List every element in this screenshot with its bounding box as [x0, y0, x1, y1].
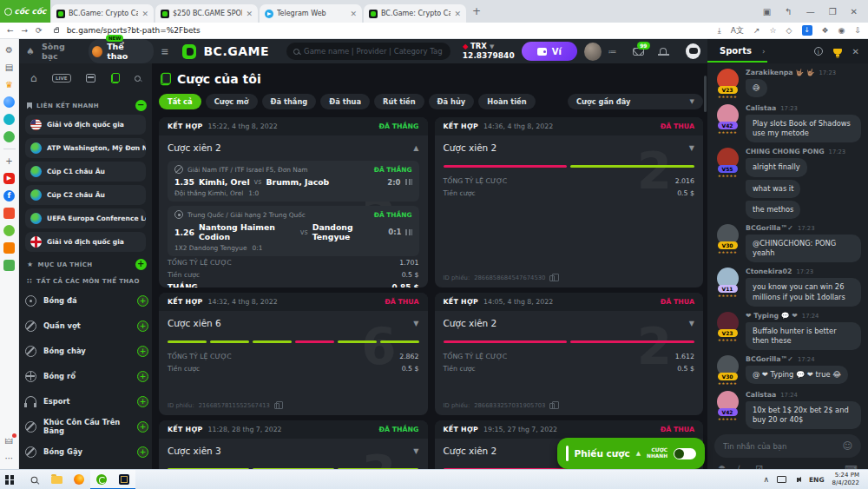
filter-won[interactable]: Đã thắng — [262, 94, 317, 109]
expand-icon[interactable]: ▼ — [413, 320, 418, 327]
adblock-shield-icon[interactable]: ◇ — [786, 26, 792, 35]
wallet-button[interactable]: Ví — [522, 42, 577, 61]
inbox-button[interactable]: 99 — [633, 48, 644, 56]
save-page-icon[interactable]: ⤓ — [718, 26, 721, 36]
filter-all[interactable]: Tất cả — [159, 94, 201, 109]
chat-toggle-icon[interactable] — [686, 43, 700, 59]
sidebar-item-football[interactable]: Bóng đá+ — [25, 291, 146, 310]
betslip-button[interactable]: Phiếu cược ▲ CƯỢC NHANH — [557, 438, 705, 469]
share-icon[interactable]: ↗ — [753, 26, 760, 35]
youtube-icon[interactable]: ▶ — [3, 173, 15, 184]
emoji-icon[interactable]: ☺ — [843, 440, 852, 452]
restore-button[interactable]: ❐ — [829, 7, 837, 17]
chat-tab-sports[interactable]: Sports — [716, 40, 755, 63]
downloads-tray-icon[interactable]: ⇩ — [854, 26, 861, 35]
collapse-quick-links-button[interactable]: − — [135, 100, 147, 111]
taskbar-search-icon[interactable] — [23, 470, 45, 489]
minimize-button[interactable]: — — [806, 7, 815, 17]
download-button[interactable]: ↓ — [802, 25, 812, 36]
volume-icon[interactable] — [794, 477, 801, 482]
close-button[interactable]: ✕ — [851, 7, 858, 17]
tab-close-icon[interactable]: ✕ — [350, 10, 357, 18]
expand-icon[interactable]: + — [137, 346, 148, 357]
snapshot-icon[interactable]: ▣ — [763, 7, 771, 17]
live-icon[interactable]: LIVE — [52, 74, 71, 83]
expand-icon[interactable]: ▼ — [689, 320, 694, 327]
quick-link-item[interactable]: Cúp C1 châu Âu — [25, 162, 146, 182]
chat-input-box[interactable]: ☺ — [714, 434, 861, 458]
session-restore-icon[interactable]: ↰ — [785, 7, 792, 17]
games-icon[interactable] — [3, 131, 15, 142]
sports-pill[interactable]: Thể thao NEW — [89, 39, 154, 63]
notifications-bell-icon[interactable] — [660, 48, 667, 56]
start-button[interactable] — [0, 470, 23, 489]
facebook-icon[interactable]: f — [3, 190, 15, 202]
more-icon[interactable]: ⋯ — [3, 453, 15, 464]
chat-input[interactable] — [723, 442, 843, 451]
add-shortcut-icon[interactable]: + — [3, 155, 15, 167]
browser-tab[interactable]: BC.Game: Crypto Casino Ga✕ — [51, 4, 154, 23]
clock[interactable]: 5:24 PM 8/4/2022 — [832, 472, 859, 487]
my-bets-icon[interactable] — [111, 73, 120, 83]
pingpong-icon[interactable] — [3, 225, 15, 236]
tab-close-icon[interactable]: ✕ — [141, 10, 148, 18]
sidebar-item-esport[interactable]: Esport+ — [25, 392, 146, 411]
coccoc-taskbar-icon[interactable] — [90, 470, 113, 489]
sidebar-item-tennis[interactable]: Quần vợt+ — [25, 316, 146, 335]
sidebar-item-icehockey[interactable]: Khúc Côn Cầu Trên Băng+ — [25, 417, 146, 436]
firefox-icon[interactable] — [68, 470, 90, 489]
menu-icon[interactable]: ≡ — [161, 46, 168, 57]
filter-cashout[interactable]: Rút tiền — [374, 94, 424, 109]
translate-icon[interactable]: A文 — [731, 25, 744, 36]
copy-icon[interactable] — [549, 403, 555, 409]
trophy-icon[interactable] — [833, 49, 842, 55]
coccoc-logo[interactable]: cốc cốc — [0, 0, 50, 23]
expand-icon[interactable]: + — [137, 446, 148, 458]
filter-lost[interactable]: Đã thua — [320, 94, 370, 109]
tab-close-icon[interactable]: ✕ — [246, 10, 253, 18]
bet-type-row[interactable]: Cược xiên 6▼ — [168, 316, 419, 332]
info-icon[interactable]: i — [814, 47, 823, 56]
expand-icon[interactable]: + — [137, 295, 148, 307]
bookmark-star-icon[interactable]: ☆ — [770, 26, 777, 35]
newsfeed-icon[interactable]: ▤ — [3, 62, 15, 73]
sort-dropdown[interactable]: Cược gần đây▼ — [568, 94, 703, 109]
bet-type-row[interactable]: Cược xiên 2▼ — [444, 141, 695, 156]
collapse-icon[interactable]: ▲ — [413, 144, 418, 152]
forward-icon[interactable]: → — [22, 26, 29, 35]
quick-link-item[interactable]: Giải vô địch quốc gia — [25, 232, 146, 252]
settings-gear-icon[interactable]: ⚙ — [3, 44, 15, 56]
expand-icon[interactable]: + — [137, 396, 148, 407]
extensions-icon[interactable]: ❖ — [822, 26, 829, 35]
store-icon[interactable] — [3, 260, 15, 271]
lazada-icon[interactable] — [3, 242, 15, 254]
filter-open[interactable]: Cược mở — [206, 94, 258, 109]
reload-icon[interactable]: ⟳ — [36, 26, 43, 35]
zalo-icon[interactable] — [3, 114, 15, 125]
browser-tab[interactable]: BC.Game: Crypto Casino Ga✕ — [364, 4, 466, 23]
notification-bell-icon[interactable]: 🜲 — [3, 435, 15, 446]
url-input[interactable] — [67, 26, 275, 35]
casino-link[interactable]: Sòng bạc — [42, 42, 82, 61]
user-avatar[interactable] — [584, 43, 602, 61]
bcgame-logo-icon[interactable] — [182, 44, 196, 59]
bet-type-row[interactable]: Cược xiên 3▼ — [168, 444, 419, 459]
crown-icon[interactable]: ♛ — [3, 79, 15, 90]
filter-refund[interactable]: Hoàn tiền — [478, 94, 535, 109]
quick-link-item[interactable]: Cúp C2 châu Âu — [25, 185, 146, 205]
expand-icon[interactable]: + — [137, 421, 148, 433]
expand-icon[interactable]: + — [137, 371, 148, 382]
filter-canceled[interactable]: Đã hủy — [429, 94, 475, 109]
profile-icon[interactable]: ◉ — [838, 26, 845, 35]
search-input[interactable] — [304, 47, 444, 56]
currency-selector[interactable]: ◆TRX▼ 12.8379840 — [463, 43, 515, 60]
language-indicator[interactable]: ENG — [809, 476, 825, 484]
game-search[interactable] — [286, 43, 450, 60]
messenger-icon[interactable] — [3, 96, 15, 108]
expand-icon[interactable]: + — [137, 320, 148, 332]
file-explorer-icon[interactable] — [45, 470, 68, 489]
scrollbar[interactable] — [704, 76, 707, 112]
sidebar-item-cricket[interactable]: Bóng Gậy+ — [25, 442, 146, 461]
quick-link-item[interactable]: Giải vô địch quốc gia — [25, 115, 146, 135]
stats-icon[interactable] — [405, 229, 411, 235]
